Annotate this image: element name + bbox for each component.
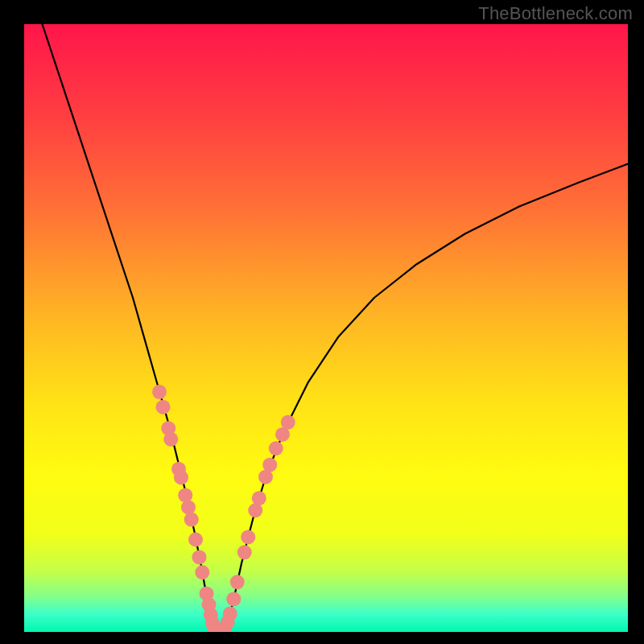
plot-area: [24, 24, 628, 632]
data-point: [226, 592, 241, 606]
watermark-text: TheBottleneck.com: [478, 3, 633, 24]
data-point: [188, 532, 203, 547]
data-point: [230, 575, 245, 589]
data-point: [237, 545, 252, 559]
data-point: [252, 491, 266, 506]
data-point: [178, 488, 192, 502]
data-point: [281, 415, 295, 430]
data-point: [156, 400, 171, 415]
data-point: [152, 385, 167, 399]
data-point: [195, 565, 209, 580]
data-point: [269, 441, 283, 456]
chart-svg: [24, 24, 628, 632]
data-point: [192, 550, 207, 564]
bottleneck-curve: [43, 24, 629, 630]
data-point: [241, 530, 255, 544]
data-point: [262, 457, 277, 472]
data-point: [223, 606, 237, 621]
chart-frame: TheBottleneck.com: [0, 0, 644, 644]
data-point: [163, 432, 178, 447]
data-point: [174, 470, 188, 485]
data-point: [184, 512, 199, 526]
data-point: [181, 500, 196, 514]
